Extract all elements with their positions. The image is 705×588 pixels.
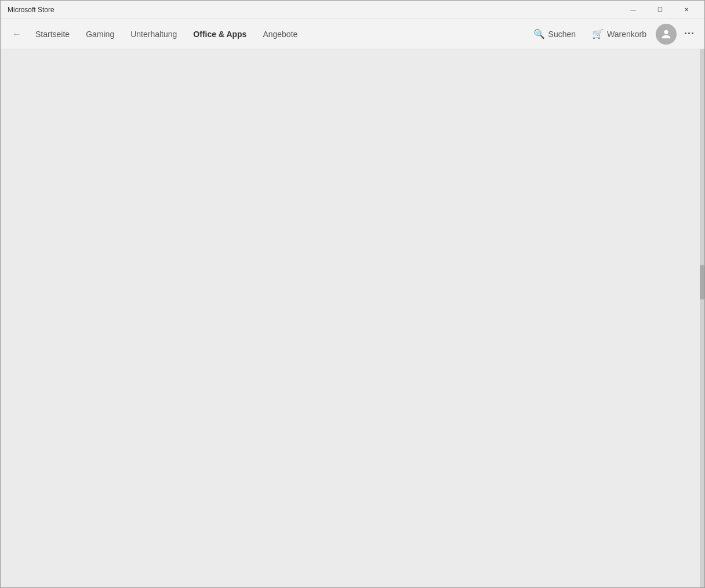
content-area — [1, 49, 704, 587]
more-options-button[interactable]: ··· — [679, 24, 700, 45]
window-controls: — ☐ ✕ — [620, 1, 700, 19]
nav-angebote[interactable]: Angebote — [256, 25, 304, 43]
title-bar: Microsoft Store — ☐ ✕ — [1, 1, 704, 19]
nav-startseite[interactable]: Startseite — [28, 25, 77, 43]
app-window: Microsoft Store — ☐ ✕ ← Startseite Gamin… — [0, 0, 705, 588]
scrollbar-thumb[interactable] — [700, 265, 704, 300]
scrollbar[interactable] — [700, 49, 704, 587]
account-icon — [661, 29, 671, 39]
search-label: Suchen — [548, 30, 576, 39]
app-title: Microsoft Store — [8, 6, 54, 14]
nav-office-apps[interactable]: Office & Apps — [186, 25, 253, 43]
close-button[interactable]: ✕ — [673, 1, 700, 19]
nav-actions: 🔍 Suchen 🛒 Warenkorb ··· — [526, 24, 700, 45]
minimize-button[interactable]: — — [620, 1, 646, 19]
nav-links: Startseite Gaming Unterhaltung Office & … — [28, 25, 526, 43]
account-button[interactable] — [656, 24, 677, 45]
nav-unterhaltung[interactable]: Unterhaltung — [123, 25, 184, 43]
cart-button[interactable]: 🛒 Warenkorb — [585, 25, 653, 43]
nav-gaming[interactable]: Gaming — [79, 25, 121, 43]
maximize-button[interactable]: ☐ — [646, 1, 673, 19]
search-icon: 🔍 — [533, 28, 545, 39]
back-button[interactable]: ← — [5, 23, 28, 46]
nav-bar: ← Startseite Gaming Unterhaltung Office … — [1, 19, 704, 49]
cart-label: Warenkorb — [607, 30, 646, 39]
cart-icon: 🛒 — [592, 28, 604, 39]
search-button[interactable]: 🔍 Suchen — [526, 25, 583, 43]
